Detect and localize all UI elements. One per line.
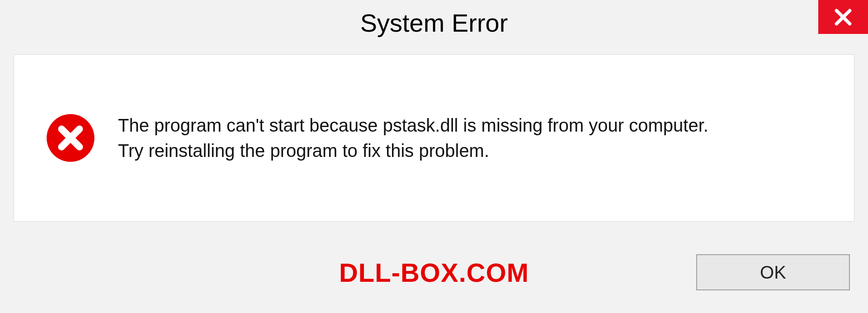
watermark-text: DLL-BOX.COM: [339, 257, 529, 288]
dialog-title: System Error: [360, 8, 508, 38]
ok-button[interactable]: OK: [696, 254, 850, 290]
dialog-footer: DLL-BOX.COM OK: [0, 241, 868, 313]
error-message-line1: The program can't start because pstask.d…: [118, 113, 708, 138]
title-bar: System Error: [0, 0, 868, 45]
close-button[interactable]: [818, 0, 868, 34]
close-icon: [833, 7, 853, 27]
content-panel: The program can't start because pstask.d…: [14, 54, 854, 222]
error-message-line2: Try reinstalling the program to fix this…: [118, 138, 708, 163]
error-icon: [46, 113, 95, 163]
error-message: The program can't start because pstask.d…: [118, 113, 708, 163]
